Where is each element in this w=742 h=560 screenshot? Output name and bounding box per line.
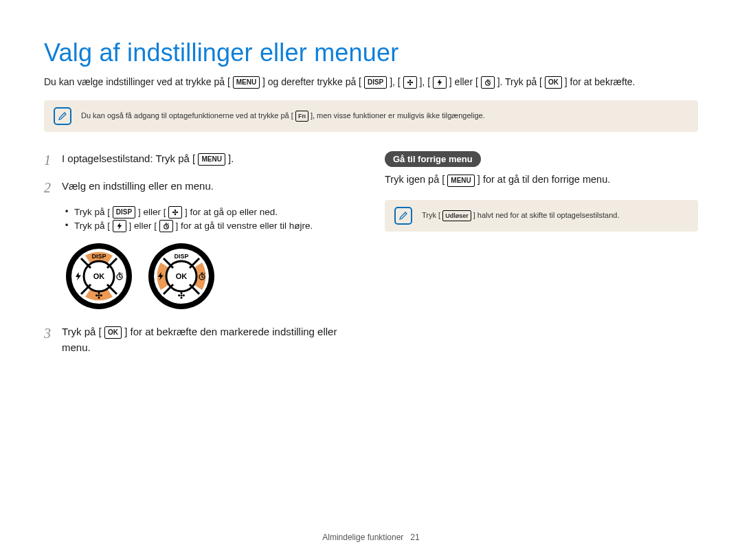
intro-part: ], [ bbox=[419, 76, 430, 87]
note-text: Tryk [ Udløser ] halvt ned for at skifte… bbox=[422, 210, 620, 221]
dial-left-right: DISP OK bbox=[147, 242, 216, 311]
info-note-top: Du kan også få adgang til optagefunktion… bbox=[44, 100, 698, 132]
pencil-icon bbox=[394, 207, 412, 225]
text-part: ] eller [ bbox=[129, 221, 157, 231]
intro-text: Du kan vælge indstillinger ved at trykke… bbox=[44, 74, 698, 89]
substep-row: • Tryk på [ ] eller [ ] for at gå til ve… bbox=[65, 220, 357, 232]
text-part: Tryk igen på [ bbox=[385, 174, 445, 185]
text-part: Tryk på [ bbox=[74, 221, 110, 231]
right-column: Gå til forrige menu Tryk igen på [ MENU … bbox=[385, 151, 698, 363]
right-text: Tryk igen på [ MENU ] for at gå til den … bbox=[385, 172, 698, 188]
step-text: Vælg en indstilling eller en menu. bbox=[62, 179, 214, 198]
svg-text:OK: OK bbox=[176, 272, 188, 280]
info-note-right: Tryk [ Udløser ] halvt ned for at skifte… bbox=[385, 200, 698, 232]
step-1: 1 I optagelsestilstand: Tryk på [ MENU ]… bbox=[44, 151, 357, 170]
text-part: ] for at gå til venstre eller til højre. bbox=[176, 221, 313, 231]
ok-key-icon: OK bbox=[104, 326, 122, 339]
menu-key-icon: MENU bbox=[233, 76, 260, 89]
substep-row: • Tryk på [ DISP ] eller [ ] for at gå o… bbox=[65, 206, 357, 219]
text-part: ] for at gå op eller ned. bbox=[185, 207, 278, 217]
step-2: 2 Vælg en indstilling eller en menu. bbox=[44, 179, 357, 198]
flash-key-icon bbox=[433, 76, 447, 89]
text-part: ] for at gå til den forrige menu. bbox=[477, 174, 610, 185]
text-part: Tryk [ bbox=[422, 211, 440, 219]
text-part: Tryk på [ bbox=[62, 326, 102, 337]
bullet-icon: • bbox=[65, 206, 69, 219]
substep-text: Tryk på [ DISP ] eller [ ] for at gå op … bbox=[74, 206, 278, 219]
shutter-key-icon: Udløser bbox=[442, 210, 471, 221]
intro-part: ] og derefter trykke på [ bbox=[262, 76, 361, 87]
note-part: Du kan også få adgang til optagefunktion… bbox=[81, 111, 293, 120]
flower-key-icon bbox=[168, 206, 182, 219]
disp-key-icon: DISP bbox=[364, 76, 387, 89]
step-number: 2 bbox=[44, 177, 54, 198]
pencil-icon bbox=[54, 107, 71, 125]
left-column: 1 I optagelsestilstand: Tryk på [ MENU ]… bbox=[44, 151, 357, 363]
menu-key-icon: MENU bbox=[447, 175, 474, 187]
substep-text: Tryk på [ ] eller [ ] for at gå til vens… bbox=[74, 220, 313, 232]
subsection-heading: Gå til forrige menu bbox=[385, 151, 481, 167]
footer-page-number: 21 bbox=[410, 533, 419, 542]
step-number: 1 bbox=[44, 150, 54, 170]
ok-label: OK bbox=[93, 272, 105, 280]
intro-part: Du kan vælge indstillinger ved at trykke… bbox=[44, 76, 230, 87]
svg-text:DISP: DISP bbox=[174, 253, 188, 260]
intro-part: ] for at bekræfte. bbox=[565, 76, 636, 87]
text-part: ] eller [ bbox=[138, 207, 166, 217]
note-part: ], men visse funktioner er muligvis ikke… bbox=[311, 111, 485, 120]
dial-illustration-row: DISP OK bbox=[65, 242, 357, 311]
content-columns: 1 I optagelsestilstand: Tryk på [ MENU ]… bbox=[44, 151, 698, 363]
flash-key-icon bbox=[113, 220, 126, 232]
step-3: 3 Tryk på [ OK ] for at bekræfte den mar… bbox=[44, 324, 357, 355]
footer-section: Almindelige funktioner bbox=[322, 533, 403, 542]
intro-part: ]. Tryk på [ bbox=[497, 76, 542, 87]
flower-key-icon bbox=[403, 76, 417, 89]
dial-up-down: DISP OK bbox=[65, 242, 133, 311]
text-part: Tryk på [ bbox=[74, 207, 110, 217]
text-part: ] for at bekræfte den markerede indstill… bbox=[62, 326, 337, 353]
step-number: 3 bbox=[44, 323, 54, 355]
page-title: Valg af indstillinger eller menuer bbox=[44, 38, 698, 67]
fn-key-icon: Fn bbox=[295, 111, 308, 122]
note-text: Du kan også få adgang til optagefunktion… bbox=[81, 111, 485, 122]
intro-part: ] eller [ bbox=[449, 76, 478, 87]
page: Valg af indstillinger eller menuer Du ka… bbox=[0, 0, 742, 560]
menu-key-icon: MENU bbox=[198, 153, 225, 166]
text-part: ] halvt ned for at skifte til optagelses… bbox=[473, 211, 620, 219]
step-text: I optagelsestilstand: Tryk på [ MENU ]. bbox=[62, 151, 234, 170]
text-part: ]. bbox=[228, 153, 234, 164]
bullet-icon: • bbox=[65, 220, 69, 232]
timer-key-icon bbox=[159, 220, 173, 232]
step-text: Tryk på [ OK ] for at bekræfte den marke… bbox=[62, 324, 357, 355]
intro-part: ], [ bbox=[390, 76, 401, 87]
page-footer: Almindelige funktioner 21 bbox=[0, 533, 742, 542]
disp-label: DISP bbox=[91, 253, 106, 260]
substeps: • Tryk på [ DISP ] eller [ ] for at gå o… bbox=[44, 206, 357, 232]
text-part: I optagelsestilstand: Tryk på [ bbox=[62, 153, 195, 164]
ok-key-icon: OK bbox=[545, 76, 562, 89]
timer-key-icon bbox=[481, 76, 495, 89]
disp-key-icon: DISP bbox=[113, 206, 135, 219]
